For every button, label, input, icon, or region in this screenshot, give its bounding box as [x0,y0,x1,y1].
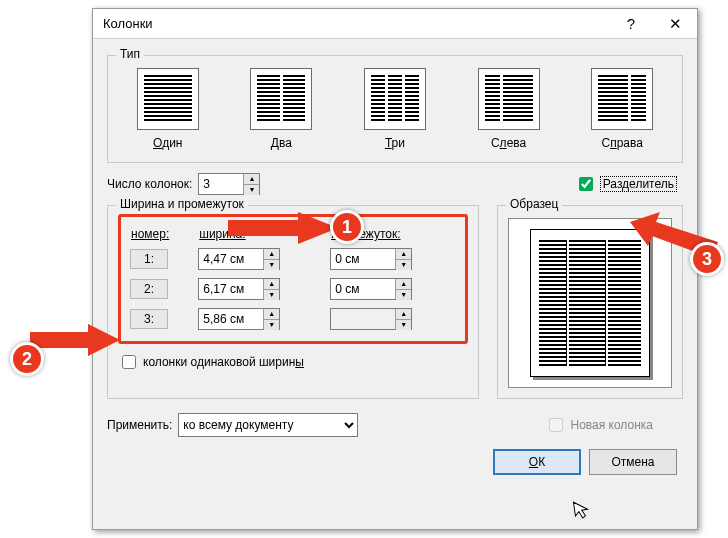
apply-row: Применить: ко всему документу Новая коло… [107,413,683,437]
callout-2: 2 [10,342,44,376]
row1-gap-input[interactable] [331,249,395,269]
preset-three-label: Три [385,136,405,150]
row2-num: 2: [130,279,168,299]
table-row: 1: ▲▼ ▲▼ [129,247,457,271]
spin-up-icon[interactable]: ▲ [396,249,411,260]
ncount-row: Число колонок: ▲ ▼ Разделитель [107,173,683,195]
separator-label: Разделитель [600,176,677,192]
ncount-input[interactable] [199,174,243,194]
arrow-1-icon [228,208,338,248]
preset-right-icon [591,68,653,130]
spin-up-icon[interactable]: ▲ [264,279,279,290]
row3-width-input[interactable] [199,309,263,329]
row2-gap-spinner[interactable]: ▲▼ [330,278,412,300]
callout-1: 1 [330,210,364,244]
new-column-label: Новая колонка [570,418,653,432]
separator-checkbox-row[interactable]: Разделитель [575,174,677,194]
presets-row: Один Два Три Слева Справа [118,64,672,152]
svg-marker-0 [228,212,338,244]
row1-gap-spinner[interactable]: ▲▼ [330,248,412,270]
equal-width-label: колонки одинаковой ширины [143,355,304,369]
spin-up-icon[interactable]: ▲ [396,309,411,320]
preset-one-icon [137,68,199,130]
preset-two-label: Два [271,136,292,150]
type-group: Тип Один Два Три Слева [107,55,683,163]
preset-right-label: Справа [601,136,642,150]
callout-3: 3 [690,242,724,276]
ok-button[interactable]: ОК [493,449,581,475]
row3-gap-input [331,309,395,329]
row2-gap-input[interactable] [331,279,395,299]
row3-gap-spinner[interactable]: ▲▼ [330,308,412,330]
help-button[interactable]: ? [609,10,653,38]
row3-num: 3: [130,309,168,329]
row1-width-spinner[interactable]: ▲▼ [198,248,280,270]
header-num: номер: [129,227,193,241]
equal-width-checkbox[interactable] [122,355,136,369]
spin-down-icon[interactable]: ▼ [396,260,411,270]
spin-up-icon[interactable]: ▲ [396,279,411,290]
preset-three-icon [364,68,426,130]
ncount-up-icon[interactable]: ▲ [244,174,259,185]
separator-checkbox[interactable] [579,177,593,191]
preset-left[interactable]: Слева [478,68,540,150]
spin-down-icon[interactable]: ▼ [396,320,411,330]
row1-width-input[interactable] [199,249,263,269]
spin-up-icon[interactable]: ▲ [264,249,279,260]
apply-select[interactable]: ко всему документу [178,413,358,437]
preset-left-label: Слева [491,136,526,150]
ncount-label: Число колонок: [107,177,192,191]
row2-width-input[interactable] [199,279,263,299]
table-row: 2: ▲▼ ▲▼ [129,277,457,301]
preset-three[interactable]: Три [364,68,426,150]
spin-down-icon[interactable]: ▼ [264,290,279,300]
ncount-down-icon[interactable]: ▼ [244,185,259,195]
preset-two-icon [250,68,312,130]
titlebar: Колонки ? ✕ [93,9,697,39]
preset-left-icon [478,68,540,130]
columns-dialog: Колонки ? ✕ Тип Один Два Три [92,8,698,530]
ncount-spinner[interactable]: ▲ ▼ [198,173,260,195]
spin-down-icon[interactable]: ▼ [396,290,411,300]
dialog-content: Тип Один Два Три Слева [93,39,697,485]
spin-down-icon[interactable]: ▼ [264,320,279,330]
preset-one-label: Один [153,136,182,150]
spin-down-icon[interactable]: ▼ [264,260,279,270]
new-column-row: Новая колонка [545,415,653,435]
equal-width-row[interactable]: колонки одинаковой ширины [118,352,468,372]
row2-width-spinner[interactable]: ▲▼ [198,278,280,300]
table-row: 3: ▲▼ ▲▼ [129,307,457,331]
type-group-label: Тип [116,47,144,61]
sample-group-label: Образец [506,197,562,211]
dialog-title: Колонки [103,16,609,31]
spin-up-icon[interactable]: ▲ [264,309,279,320]
cancel-button[interactable]: Отмена [589,449,677,475]
svg-marker-1 [30,324,120,356]
apply-label: Применить: [107,418,172,432]
preset-right[interactable]: Справа [591,68,653,150]
new-column-checkbox [549,418,563,432]
preset-one[interactable]: Один [137,68,199,150]
row3-width-spinner[interactable]: ▲▼ [198,308,280,330]
close-button[interactable]: ✕ [653,10,697,38]
row1-num: 1: [130,249,168,269]
button-row: ОК Отмена [107,449,683,475]
preset-two[interactable]: Два [250,68,312,150]
